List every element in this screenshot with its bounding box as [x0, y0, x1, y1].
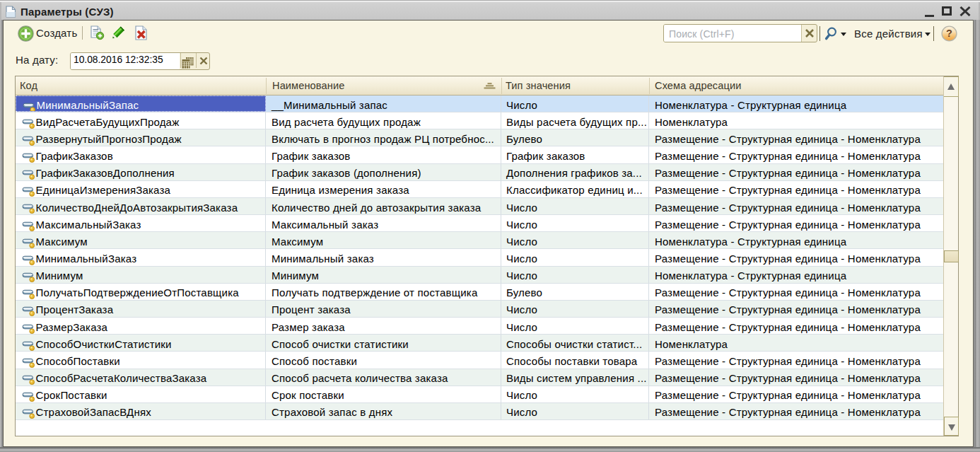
svg-text:?: ? — [946, 28, 952, 39]
